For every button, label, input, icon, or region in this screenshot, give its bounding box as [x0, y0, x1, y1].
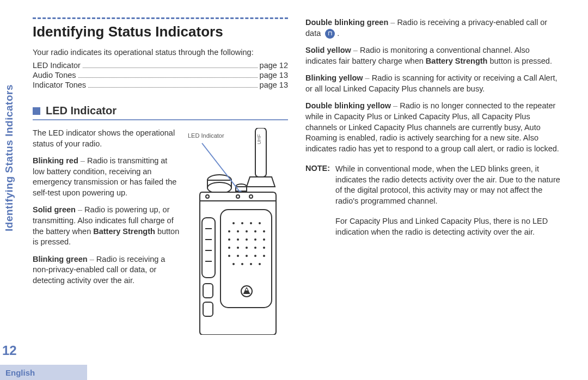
svg-point-36 [254, 255, 256, 257]
state-desc-post: button is pressed. [487, 57, 552, 65]
toc-row: Audio Tones page 13 [33, 71, 288, 79]
svg-point-14 [232, 222, 235, 224]
svg-point-31 [254, 247, 256, 249]
state-name: Blinking red [33, 156, 78, 165]
led-state-solid-green: Solid green – Radio is powering up, or t… [33, 205, 180, 247]
toc-row: Indicator Tones page 13 [33, 81, 288, 89]
vertical-chapter-title: Identifying Status Indicators [3, 84, 15, 231]
led-section-block: The LED indicator shows the operational … [33, 128, 288, 337]
toc-row: LED Indicator page 12 [33, 61, 288, 70]
svg-point-33 [228, 255, 230, 257]
dash: – [363, 73, 372, 82]
note-paragraph: For Capacity Plus and Linked Capacity Pl… [335, 216, 561, 237]
svg-point-35 [246, 255, 248, 257]
state-bold: Battery Strength [93, 227, 155, 236]
toc-leader [83, 68, 258, 68]
state-name: Blinking yellow [305, 73, 363, 82]
radio-illustration-icon: UHF [186, 128, 288, 335]
dash: – [351, 46, 360, 54]
state-name: Solid green [33, 205, 76, 214]
toc-leader [88, 87, 258, 88]
state-name: Blinking green [33, 255, 88, 263]
dash: – [76, 205, 84, 214]
svg-point-17 [259, 222, 261, 224]
dash: – [78, 156, 87, 165]
led-state-double-blinking-green: Double blinking green – Radio is receivi… [305, 17, 561, 39]
dash: – [388, 18, 397, 27]
svg-point-16 [250, 222, 252, 224]
svg-point-15 [241, 222, 243, 224]
svg-point-39 [241, 263, 243, 265]
note-body: While in conventional mode, when the LED… [335, 164, 561, 237]
language-bar: English [0, 365, 87, 380]
svg-point-41 [259, 263, 261, 265]
left-column: Identifying Status Indicators Your radio… [33, 17, 288, 337]
svg-point-30 [246, 247, 248, 249]
svg-point-12 [249, 195, 253, 198]
led-state-double-blinking-yellow: Double blinking yellow – Radio is no lon… [305, 101, 561, 154]
state-bold: Battery Strength [426, 57, 488, 65]
chapter-title: Identifying Status Indicators [33, 23, 288, 40]
dashed-divider [33, 17, 288, 19]
svg-point-29 [237, 247, 239, 249]
svg-point-34 [237, 255, 239, 257]
mini-toc: LED Indicator page 12 Audio Tones page 1… [33, 61, 288, 89]
section-rule [33, 119, 288, 120]
state-name: Solid yellow [305, 46, 351, 54]
svg-point-10 [206, 195, 209, 198]
note-block: NOTE: While in conventional mode, when t… [305, 164, 561, 237]
svg-point-21 [254, 230, 256, 232]
svg-point-23 [228, 238, 230, 241]
led-text-column: The LED indicator shows the operational … [33, 128, 180, 337]
toc-label: LED Indicator [33, 61, 81, 70]
right-column: Double blinking green – Radio is receivi… [305, 17, 561, 337]
state-name: Double blinking green [305, 18, 388, 27]
dash: – [391, 101, 400, 110]
section-marker-icon [33, 107, 40, 115]
radio-figure: LED Indicator UHF [186, 128, 288, 337]
svg-point-24 [237, 238, 239, 241]
toc-page: page 12 [260, 61, 288, 70]
svg-point-11 [236, 195, 240, 198]
led-state-blinking-red: Blinking red – Radio is transmitting at … [33, 156, 180, 198]
toc-label: Indicator Tones [33, 81, 86, 89]
svg-point-37 [263, 255, 265, 257]
svg-point-40 [250, 263, 252, 265]
state-name: Double blinking yellow [305, 101, 391, 110]
toc-page: page 13 [260, 71, 288, 79]
chapter-intro: Your radio indicates its operational sta… [33, 48, 288, 57]
toc-label: Audio Tones [33, 71, 76, 79]
figure-label: LED Indicator [188, 132, 224, 139]
svg-rect-43 [202, 218, 215, 278]
led-state-blinking-green: Blinking green – Radio is receiving a no… [33, 254, 180, 286]
language-label: English [5, 368, 35, 377]
privacy-icon: ⊓ [325, 29, 335, 39]
svg-point-27 [263, 238, 265, 241]
led-state-solid-yellow: Solid yellow – Radio is monitoring a con… [305, 45, 561, 66]
svg-text:UHF: UHF [256, 134, 262, 144]
svg-point-25 [246, 238, 248, 241]
svg-point-20 [246, 230, 248, 232]
section-header: LED Indicator [33, 105, 288, 117]
svg-point-22 [263, 230, 265, 232]
toc-leader [78, 77, 258, 78]
dash: – [88, 255, 96, 263]
svg-point-28 [228, 247, 230, 249]
svg-point-26 [254, 238, 256, 241]
svg-point-18 [228, 230, 230, 232]
left-margin: Identifying Status Indicators 12 [0, 0, 23, 380]
page-content: Identifying Status Indicators Your radio… [33, 17, 561, 337]
svg-rect-49 [203, 302, 213, 316]
section-intro: The LED indicator shows the operational … [33, 128, 180, 149]
section-title: LED Indicator [46, 105, 117, 117]
note-label: NOTE: [305, 164, 330, 237]
svg-rect-48 [203, 284, 213, 298]
toc-page: page 13 [260, 81, 288, 89]
svg-point-32 [263, 247, 265, 249]
led-state-blinking-yellow: Blinking yellow – Radio is scanning for … [305, 73, 561, 94]
note-paragraph: While in conventional mode, when the LED… [335, 164, 561, 206]
svg-point-19 [237, 230, 239, 232]
page-number: 12 [2, 343, 17, 358]
svg-point-38 [232, 263, 235, 265]
